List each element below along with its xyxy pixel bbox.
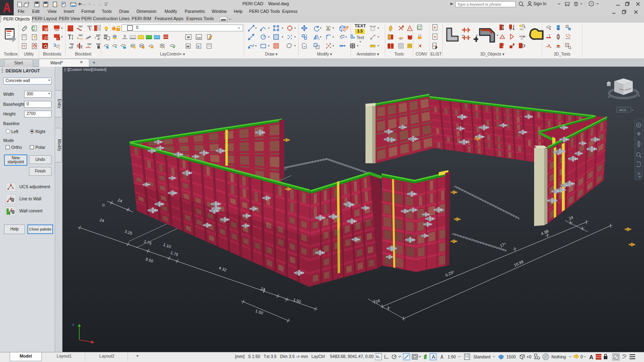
svg-text:TXT: TXT [87, 43, 92, 45]
svg-text:Z: Z [72, 323, 74, 327]
svg-text:TXT: TXT [87, 25, 92, 28]
svg-text:TXT: TXT [54, 29, 59, 31]
svg-text:40: 40 [97, 38, 100, 40]
svg-text:LS: LS [433, 45, 436, 47]
svg-text:TXT: TXT [76, 44, 78, 48]
svg-text:Sub: Sub [197, 36, 201, 39]
svg-text:[−][Custom View][Shaded]: [−][Custom View][Shaded] [64, 68, 106, 72]
svg-text:TXT: TXT [70, 43, 74, 45]
svg-text:TXT: TXT [78, 25, 83, 28]
svg-text:a: a [58, 37, 59, 40]
svg-text:1500: 1500 [506, 354, 516, 359]
svg-text:B: B [197, 45, 200, 48]
svg-text:WCS: WCS [619, 108, 626, 112]
svg-text:A: A [589, 354, 593, 360]
svg-text:TXT: TXT [69, 47, 73, 49]
svg-text:10: 10 [520, 38, 523, 40]
svg-text:1:50: 1:50 [448, 354, 456, 359]
svg-text:Standard: Standard [473, 354, 491, 359]
svg-text:0: 0 [124, 34, 126, 38]
svg-text:M: M [187, 35, 190, 39]
svg-text:TXT: TXT [78, 34, 83, 37]
svg-text:TXT: TXT [79, 38, 83, 40]
svg-text:E: E [434, 26, 436, 29]
svg-text:TXT: TXT [80, 45, 82, 49]
svg-text:W: W [608, 96, 610, 98]
svg-text:▾: ▾ [632, 109, 633, 111]
svg-text:+0: +0 [526, 354, 531, 359]
svg-text:1:X: 1:X [97, 29, 101, 31]
svg-text:T: T [23, 44, 25, 48]
svg-text:Nothing: Nothing [551, 354, 566, 359]
svg-text:TXT: TXT [96, 43, 101, 45]
svg-text:TXT: TXT [520, 28, 523, 31]
svg-text:?: ? [590, 2, 592, 6]
svg-text:S: S [638, 95, 640, 97]
svg-text:S: S [434, 35, 436, 39]
svg-text:RF: RF [400, 38, 402, 40]
svg-text:M: M [187, 45, 190, 48]
svg-text:0: 0 [580, 354, 583, 359]
